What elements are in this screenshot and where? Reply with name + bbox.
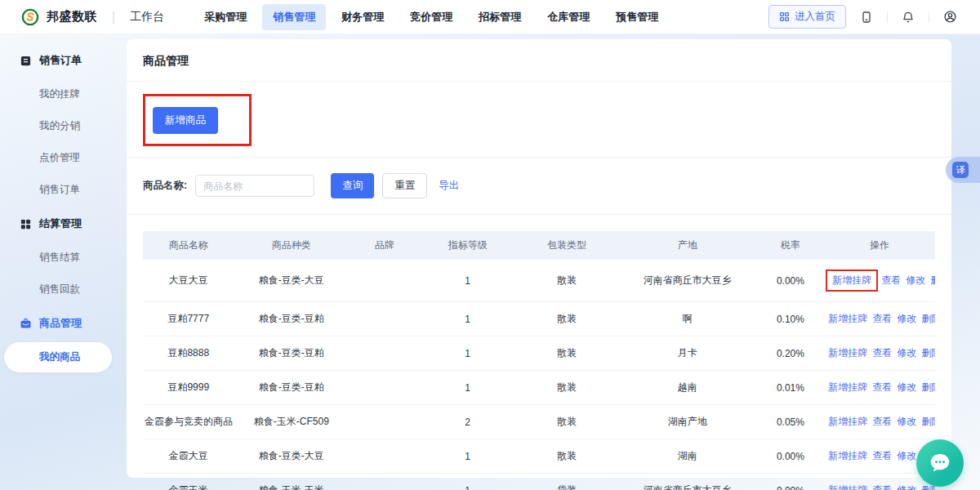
sidebar-item-销售结算[interactable]: 销售结算: [0, 242, 127, 274]
nav-item-采购管理[interactable]: 采购管理: [194, 4, 257, 30]
op-link-修改[interactable]: 修改: [897, 347, 916, 359]
column-header-税率: 税率: [757, 231, 824, 260]
nav-item-招标管理[interactable]: 招标管理: [468, 4, 532, 30]
chat-fab-button[interactable]: [916, 439, 964, 487]
sidebar-item-销售订单[interactable]: 销售订单: [0, 174, 127, 206]
op-link-新增挂牌[interactable]: 新增挂牌: [828, 450, 867, 461]
cell-tax: 0.05%: [757, 405, 824, 439]
sidebar-item-点价管理[interactable]: 点价管理: [0, 142, 127, 174]
translate-icon: 译: [952, 162, 969, 178]
cell-grade: 1: [420, 439, 514, 474]
cell-operations: 新增挂牌查看修改删除: [824, 474, 935, 490]
op-link-查看[interactable]: 查看: [872, 416, 892, 427]
op-link-新增挂牌[interactable]: 新增挂牌: [828, 416, 867, 427]
cell-category: 粮食-豆类-大豆: [234, 260, 350, 302]
column-header-包装类型: 包装类型: [515, 231, 618, 260]
cell-origin: 湖南产地: [618, 405, 757, 439]
cell-tax: 0.20%: [757, 336, 824, 371]
table-row: 豆粕8888粮食-豆类-豆粕1散装月卡0.20%新增挂牌查看修改删除: [143, 336, 935, 371]
sidebar-section-label: 销售订单: [39, 53, 82, 68]
op-link-新增挂牌[interactable]: 新增挂牌: [832, 274, 871, 286]
column-header-品牌: 品牌: [349, 231, 420, 260]
add-product-button[interactable]: 新增商品: [153, 107, 218, 134]
export-link[interactable]: 导出: [439, 179, 459, 193]
nav-item-财务管理[interactable]: 财务管理: [331, 4, 394, 30]
user-icon[interactable]: [941, 8, 959, 26]
op-link-删除[interactable]: 删除: [921, 313, 935, 324]
product-name-input[interactable]: [195, 175, 314, 197]
cell-grade: 1: [420, 474, 514, 490]
logo-divider: |: [112, 10, 115, 24]
op-link-删除[interactable]: 删除: [921, 416, 935, 427]
table-row: 豆粕9999粮食-豆类-豆粕1散装越南0.01%新增挂牌查看修改删除: [143, 371, 935, 405]
op-link-修改[interactable]: 修改: [906, 274, 925, 286]
cell-package: 散装: [515, 439, 618, 474]
query-button[interactable]: 查询: [331, 173, 374, 198]
cell-tax: 0.01%: [757, 371, 824, 405]
cell-origin: 河南省商丘市大豆乡: [618, 260, 757, 302]
enter-home-button[interactable]: 进入首页: [768, 5, 846, 29]
nav-item-预售管理[interactable]: 预售管理: [605, 4, 669, 30]
cell-origin: 河南省商丘市大豆乡: [618, 474, 757, 490]
translate-tab[interactable]: 译: [946, 157, 980, 183]
op-link-删除[interactable]: 删除: [921, 381, 935, 393]
sidebar-section-商品管理[interactable]: 商品管理: [0, 305, 127, 341]
column-header-指标等级: 指标等级: [420, 231, 514, 260]
op-link-查看[interactable]: 查看: [872, 381, 892, 393]
cell-operations: 新增挂牌查看修改删除: [824, 336, 935, 371]
cell-package: 散装: [515, 302, 618, 336]
op-link-查看[interactable]: 查看: [872, 313, 892, 324]
cell-grade: 1: [420, 371, 514, 405]
cell-tax: 0.10%: [757, 302, 824, 336]
cell-origin: 湖南: [618, 439, 757, 474]
main-nav: 采购管理销售管理财务管理竞价管理招标管理仓库管理预售管理: [194, 4, 669, 30]
op-link-新增挂牌[interactable]: 新增挂牌: [828, 484, 867, 490]
op-link-查看[interactable]: 查看: [872, 347, 892, 359]
sidebar-item-销售回款[interactable]: 销售回款: [0, 274, 127, 305]
cell-operations: 新增挂牌查看修改删除: [824, 260, 935, 302]
op-link-新增挂牌[interactable]: 新增挂牌: [828, 313, 867, 324]
content-card: 商品管理 新增商品 商品名称: 查询 重置 导出 商品名称商品种类品牌指标等级包…: [127, 39, 951, 478]
op-link-修改[interactable]: 修改: [897, 416, 916, 427]
sidebar-item-我的商品[interactable]: 我的商品: [4, 342, 112, 372]
cell-category: 粮食-玉米-CF509: [234, 405, 350, 439]
op-link-查看[interactable]: 查看: [881, 274, 901, 286]
sidebar: 销售订单我的挂牌我的分销点价管理销售订单结算管理销售结算销售回款商品管理我的商品: [0, 34, 127, 490]
cell-brand: [349, 302, 420, 336]
workspace-label: 工作台: [130, 10, 164, 24]
page-title: 商品管理: [143, 39, 935, 81]
op-link-修改[interactable]: 修改: [897, 381, 916, 393]
sidebar-section-结算管理[interactable]: 结算管理: [0, 206, 127, 242]
cell-operations: 新增挂牌查看修改删除: [824, 302, 935, 336]
op-link-删除[interactable]: 删除: [921, 347, 935, 359]
op-link-新增挂牌[interactable]: 新增挂牌: [828, 381, 867, 393]
cell-package: 散装: [515, 371, 618, 405]
nav-item-竞价管理[interactable]: 竞价管理: [399, 4, 463, 30]
op-link-修改[interactable]: 修改: [897, 484, 916, 490]
cell-category: 粮食-豆类-豆粕: [234, 336, 350, 371]
cell-name: 金霞参与竞卖的商品: [143, 405, 234, 439]
sidebar-item-我的分销[interactable]: 我的分销: [0, 110, 127, 142]
reset-button[interactable]: 重置: [382, 173, 427, 198]
enter-home-label: 进入首页: [795, 10, 835, 24]
op-link-查看[interactable]: 查看: [872, 450, 892, 461]
op-link-删除[interactable]: 删除: [930, 274, 935, 286]
brand-logo-icon: [21, 8, 39, 26]
cell-category: 粮食-豆类-豆粕: [234, 302, 350, 336]
search-label: 商品名称:: [143, 179, 187, 193]
op-link-修改[interactable]: 修改: [897, 450, 916, 461]
top-navbar: 邦盛数联 | 工作台 采购管理销售管理财务管理竞价管理招标管理仓库管理预售管理 …: [0, 0, 980, 34]
op-link-修改[interactable]: 修改: [897, 313, 916, 324]
op-link-新增挂牌[interactable]: 新增挂牌: [828, 347, 867, 359]
table-row: 金霞玉米粮食-玉米-玉米1袋装河南省商丘市大豆乡0.00%新增挂牌查看修改删除: [143, 474, 935, 490]
sidebar-section-销售订单[interactable]: 销售订单: [0, 42, 127, 78]
cell-origin: 啊: [618, 302, 757, 336]
cell-name: 豆粕8888: [143, 336, 234, 371]
bell-icon[interactable]: [899, 8, 917, 26]
device-icon[interactable]: [858, 8, 875, 26]
nav-item-销售管理[interactable]: 销售管理: [262, 4, 326, 30]
op-link-查看[interactable]: 查看: [872, 484, 892, 490]
column-header-操作: 操作: [824, 231, 935, 260]
nav-item-仓库管理[interactable]: 仓库管理: [537, 4, 600, 30]
sidebar-item-我的挂牌[interactable]: 我的挂牌: [0, 78, 127, 110]
